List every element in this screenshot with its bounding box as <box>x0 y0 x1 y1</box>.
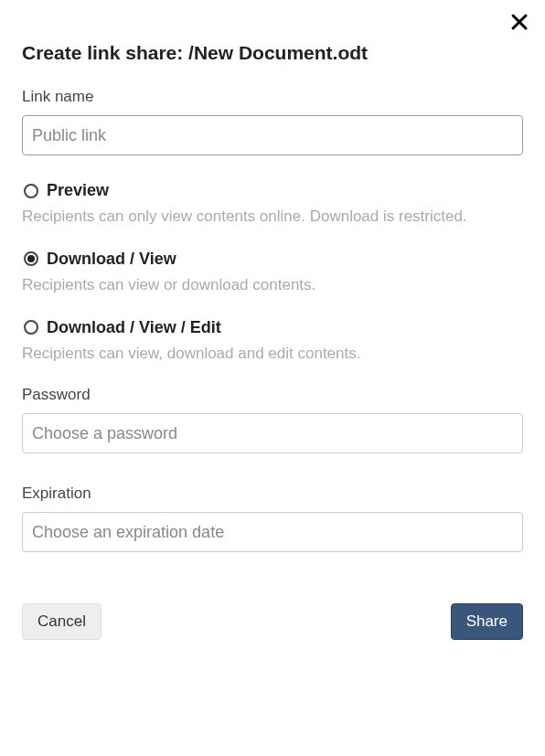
permission-options: Preview Recipients can only view content… <box>22 181 523 364</box>
option-download-view-desc: Recipients can view or download contents… <box>22 274 523 296</box>
dialog-title: Create link share: /New Document.odt <box>22 42 523 64</box>
close-icon[interactable] <box>510 13 529 31</box>
option-download-view-label: Download / View <box>47 250 176 269</box>
option-preview-desc: Recipients can only view contents online… <box>22 206 523 228</box>
radio-preview[interactable] <box>24 184 38 198</box>
password-label: Password <box>22 386 523 404</box>
option-preview[interactable]: Preview Recipients can only view content… <box>22 181 523 228</box>
option-download-view-edit-label: Download / View / Edit <box>47 318 221 337</box>
share-button[interactable]: Share <box>451 603 523 640</box>
link-name-label: Link name <box>22 88 523 106</box>
option-download-view-edit-desc: Recipients can view, download and edit c… <box>22 343 523 365</box>
option-preview-label: Preview <box>47 181 109 200</box>
cancel-button[interactable]: Cancel <box>22 603 102 640</box>
radio-download-view-edit[interactable] <box>24 320 38 335</box>
expiration-label: Expiration <box>22 484 523 503</box>
radio-download-view[interactable] <box>24 251 38 266</box>
option-download-view[interactable]: Download / View Recipients can view or d… <box>22 250 523 296</box>
dialog-actions: Cancel Share <box>22 603 523 640</box>
option-download-view-edit[interactable]: Download / View / Edit Recipients can vi… <box>22 318 523 365</box>
link-name-input[interactable] <box>22 115 523 155</box>
expiration-input[interactable] <box>22 512 523 552</box>
password-input[interactable] <box>22 413 523 453</box>
